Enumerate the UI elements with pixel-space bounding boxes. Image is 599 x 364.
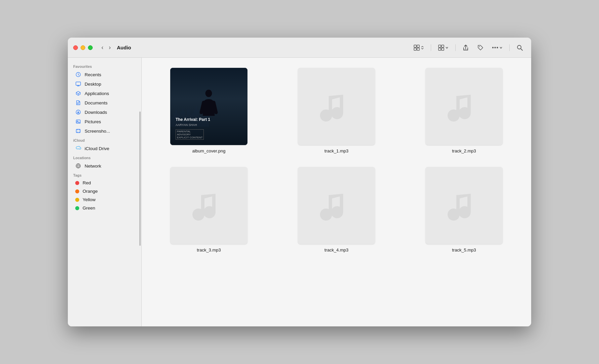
sidebar: Favourites Recents [68, 58, 142, 326]
track5-thumbnail [425, 167, 503, 244]
sidebar-item-pictures[interactable]: Pictures [70, 117, 139, 126]
icloud-drive-label: iCloud Drive [85, 146, 109, 151]
sidebar-item-network[interactable]: Network [70, 161, 139, 171]
tag-orange-label: Orange [83, 189, 98, 194]
pictures-icon [75, 119, 81, 125]
sidebar-item-recents[interactable]: Recents [70, 70, 139, 79]
file-grid: The Arrival: Part 1 AARYAN SHAH PARENTAL… [155, 68, 518, 253]
maximize-button[interactable] [88, 45, 93, 50]
sidebar-item-tag-red[interactable]: Red [70, 179, 139, 187]
network-label: Network [85, 164, 101, 169]
sidebar-item-desktop[interactable]: Desktop [70, 79, 139, 89]
tag-button[interactable] [474, 43, 487, 52]
dropdown-chevron-icon [445, 46, 449, 49]
svg-rect-2 [414, 48, 416, 50]
view-options-button[interactable] [435, 43, 451, 52]
documents-label: Documents [85, 100, 107, 105]
svg-rect-11 [76, 82, 81, 85]
downloads-icon [75, 109, 81, 115]
file-item-track3[interactable]: track_3.mp3 [155, 167, 263, 253]
track4-filename: track_4.mp3 [324, 247, 349, 253]
more-button[interactable]: ••• [489, 43, 505, 52]
sidebar-item-tag-yellow[interactable]: Yellow [70, 195, 139, 204]
track2-thumbnail [425, 68, 503, 145]
file-item-track4[interactable]: track_4.mp3 [283, 167, 390, 253]
nav-buttons: ‹ › [99, 43, 113, 52]
music-note-icon-5 [446, 187, 482, 224]
file-item-album-cover[interactable]: The Arrival: Part 1 AARYAN SHAH PARENTAL… [155, 68, 263, 153]
share-icon [462, 44, 469, 51]
svg-rect-5 [442, 45, 444, 47]
more-chevron-icon [499, 46, 503, 49]
sidebar-item-documents[interactable]: Documents [70, 98, 139, 107]
sidebar-item-tag-green[interactable]: Green [70, 204, 139, 212]
desktop-label: Desktop [85, 82, 101, 87]
svg-point-9 [517, 45, 521, 49]
forward-button[interactable]: › [107, 43, 113, 52]
finder-window: ‹ › Audio [68, 38, 531, 326]
sidebar-item-applications[interactable]: Applications [70, 89, 139, 98]
tag-yellow-dot [75, 198, 79, 202]
main-area: Favourites Recents [68, 58, 531, 326]
traffic-lights [73, 45, 93, 50]
minimize-button[interactable] [81, 45, 85, 50]
album-title: The Arrival: Part 1 [176, 117, 242, 123]
album-artist: AARYAN SHAH [176, 123, 242, 127]
network-icon [75, 163, 81, 169]
tags-label: Tags [68, 171, 141, 179]
downloads-label: Downloads [85, 110, 107, 115]
svg-rect-4 [439, 45, 441, 47]
svg-point-17 [205, 90, 212, 97]
person-silhouette-icon [200, 87, 218, 121]
track1-filename: track_1.mp3 [324, 148, 349, 153]
tag-orange-dot [75, 189, 79, 193]
pictures-label: Pictures [85, 119, 101, 124]
music-note-icon-2 [446, 88, 482, 125]
album-thumbnail: The Arrival: Part 1 AARYAN SHAH PARENTAL… [170, 68, 247, 145]
tag-icon [477, 44, 484, 51]
sidebar-item-icloud-drive[interactable]: iCloud Drive [70, 144, 139, 153]
applications-icon [75, 90, 81, 96]
back-button[interactable]: ‹ [99, 43, 105, 52]
file-item-track1[interactable]: track_1.mp3 [283, 68, 390, 153]
track3-filename: track_3.mp3 [197, 247, 221, 253]
view-grid-button[interactable] [411, 43, 427, 52]
tag-green-dot [75, 206, 79, 210]
close-button[interactable] [73, 45, 78, 50]
track5-filename: track_5.mp3 [452, 247, 476, 253]
toolbar-sep-2 [455, 44, 456, 51]
file-content: The Arrival: Part 1 AARYAN SHAH PARENTAL… [142, 58, 531, 326]
music-note-icon-4 [318, 187, 355, 224]
file-item-track2[interactable]: track_2.mp3 [410, 68, 518, 153]
screenshots-label: Screensho... [85, 129, 110, 134]
more-dots-icon: ••• [492, 45, 499, 51]
tag-green-label: Green [83, 206, 95, 211]
toolbar-sep-3 [509, 44, 510, 51]
window-title: Audio [117, 45, 131, 50]
documents-icon [75, 100, 81, 106]
music-note-icon-3 [190, 187, 227, 224]
locations-label: Locations [68, 153, 141, 161]
sidebar-item-screenshots[interactable]: Screensho... [70, 126, 139, 136]
search-button[interactable] [514, 43, 526, 52]
sidebar-item-downloads[interactable]: Downloads [70, 107, 139, 117]
icloud-icon [75, 145, 81, 151]
svg-rect-6 [439, 48, 441, 50]
sort-chevron-icon [421, 46, 424, 49]
track3-thumbnail [170, 167, 247, 244]
recents-label: Recents [85, 72, 101, 77]
toolbar-sep-1 [431, 44, 431, 51]
file-item-track5[interactable]: track_5.mp3 [410, 167, 518, 253]
view-options-icon [438, 44, 445, 51]
desktop-icon [75, 81, 81, 87]
titlebar: ‹ › Audio [68, 38, 531, 58]
sidebar-scrollbar[interactable] [139, 111, 141, 246]
album-art: The Arrival: Part 1 AARYAN SHAH PARENTAL… [170, 68, 247, 145]
album-cover-filename: album_cover.png [192, 148, 225, 153]
sidebar-item-tag-orange[interactable]: Orange [70, 187, 139, 195]
search-icon [516, 44, 523, 51]
track2-filename: track_2.mp3 [452, 148, 476, 153]
share-button[interactable] [460, 43, 472, 52]
tag-yellow-label: Yellow [83, 197, 96, 202]
tag-red-dot [75, 181, 79, 185]
